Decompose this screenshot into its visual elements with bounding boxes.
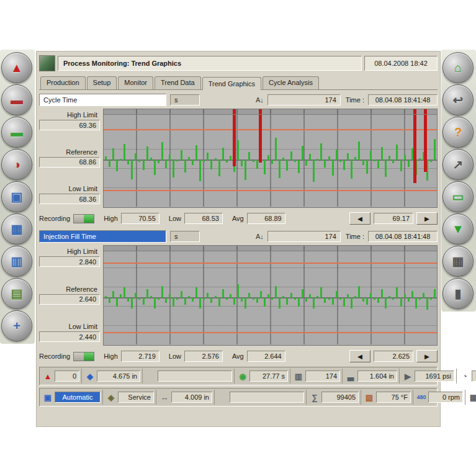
tools-icon: + bbox=[13, 319, 20, 333]
injection-time[interactable]: ◔ 1.62 s bbox=[458, 369, 476, 384]
machine-view-button[interactable]: ▮ bbox=[442, 278, 474, 309]
screw-speed[interactable]: 480 0 rpm bbox=[415, 390, 465, 405]
mode-icon: ▣ bbox=[43, 393, 53, 402]
screw-position[interactable]: ↔ 4.009 in bbox=[158, 390, 215, 405]
chart2-cursor-value: 2.625 bbox=[374, 351, 413, 362]
sort-icon: A↓ bbox=[256, 96, 264, 104]
setup-button[interactable]: + bbox=[1, 310, 32, 341]
chart1-reference-value[interactable]: 68.86 bbox=[39, 157, 100, 168]
chart2-low-limit-value[interactable]: 2.440 bbox=[39, 331, 100, 342]
total-cycles[interactable]: ∑ 99405 bbox=[308, 390, 361, 405]
oil-temperature[interactable]: ▨ 75 °F bbox=[362, 390, 413, 405]
shot-counter[interactable]: ▥ 174 bbox=[292, 369, 343, 384]
chart1-high-limit-value[interactable]: 69.36 bbox=[39, 120, 100, 130]
chart2-reference-label: Reference bbox=[39, 285, 100, 293]
chart1-area: High Limit 69.36 Reference 68.86 Low Lim… bbox=[39, 109, 438, 208]
chart1-low-limit-value[interactable]: 68.36 bbox=[39, 194, 100, 204]
chart1-low-limit-label: Low Limit bbox=[39, 185, 100, 192]
chart1-plot bbox=[103, 109, 438, 208]
chart2-plot bbox=[103, 245, 438, 346]
chart2-low-limit-label: Low Limit bbox=[39, 323, 100, 330]
tab-monitor[interactable]: Monitor bbox=[118, 76, 153, 89]
chart2-reference-value[interactable]: 2.640 bbox=[39, 294, 100, 305]
stopwatch-icon: ◔ bbox=[460, 372, 470, 381]
chart2-high-limit-label: High Limit bbox=[39, 248, 100, 255]
chart1-high-limit-label: High Limit bbox=[39, 111, 100, 119]
transfer-pressure[interactable]: ▶ 1691 psi bbox=[401, 369, 457, 384]
main-window: Process Monitoring: Trend Graphics 08.04… bbox=[36, 51, 441, 427]
heating-icon: ▥ bbox=[11, 254, 23, 269]
heating-button[interactable]: ▥ bbox=[1, 246, 32, 277]
position-icon: ↔ bbox=[159, 393, 169, 402]
cushion-icon: ▃ bbox=[346, 372, 356, 381]
alarms-button[interactable]: ▲ bbox=[1, 52, 32, 83]
chart1-reference-label: Reference bbox=[39, 148, 100, 156]
spare-field[interactable] bbox=[216, 390, 307, 405]
chart2-time-axis bbox=[104, 246, 437, 251]
tab-setup[interactable]: Setup bbox=[87, 76, 117, 89]
mold-icon: ▦ bbox=[469, 393, 476, 402]
tab-trend-graphics[interactable]: Trend Graphics bbox=[202, 77, 261, 90]
page-title: Process Monitoring: Trend Graphics bbox=[58, 56, 362, 71]
datetime-display: 08.04.2008 18:42 bbox=[364, 56, 438, 71]
operating-mode[interactable]: ▣ Automatic bbox=[41, 390, 103, 405]
chart2-channel-select[interactable]: Injection Fill Time bbox=[39, 230, 166, 243]
chart1-limit-column: High Limit 69.36 Reference 68.86 Low Lim… bbox=[39, 109, 100, 208]
chart2-high-label: High bbox=[104, 353, 118, 360]
sigma-icon: ∑ bbox=[310, 393, 320, 402]
home-button[interactable]: ⌂ bbox=[442, 52, 474, 83]
chart2-controls: Injection Fill Time s A↓ 174 Time : 08.0… bbox=[39, 230, 438, 243]
machine-sequence-button[interactable]: ▬ bbox=[1, 84, 32, 115]
chart1-scroll-right-button[interactable]: ► bbox=[416, 212, 438, 225]
chart2-plot-canvas bbox=[104, 251, 437, 344]
production-data-button[interactable]: ▤ bbox=[1, 278, 32, 309]
chart1-time-label: Time : bbox=[346, 96, 364, 104]
chart2-recording-toggle[interactable] bbox=[73, 352, 94, 361]
tab-bar: ProductionSetupMonitorTrend DataTrend Gr… bbox=[39, 76, 438, 90]
machine-status[interactable]: ◈ Service bbox=[104, 390, 156, 405]
help-button[interactable]: ? bbox=[442, 117, 474, 148]
mold-number[interactable]: ▦ 1 bbox=[467, 390, 476, 405]
status-bar-machine: ▣ Automatic ◈ Service ↔ 4.009 in ∑ 99405… bbox=[39, 388, 438, 406]
alarm-counter[interactable]: ▲ 0 bbox=[41, 369, 82, 384]
save-button[interactable]: ▼ bbox=[442, 213, 474, 245]
chart2-high-limit-value[interactable]: 2.840 bbox=[39, 256, 100, 267]
tab-cycle-analysis[interactable]: Cycle Analysis bbox=[263, 76, 319, 89]
chart1-time-field: 08.04.08 18:41:48 bbox=[368, 94, 438, 106]
chart1-controls: Cycle Time s A↓ 174 Time : 08.04.08 18:4… bbox=[39, 93, 438, 107]
cushion[interactable]: ▃ 1.604 in bbox=[344, 369, 400, 384]
clamp-icon: ▣ bbox=[11, 189, 23, 204]
conveyor-button[interactable]: ▬ bbox=[1, 117, 32, 148]
cycle-time[interactable]: ◉ 27.77 s bbox=[236, 369, 290, 384]
back-button[interactable]: ↩ bbox=[442, 84, 474, 115]
keyboard-button[interactable]: ▭ bbox=[442, 181, 474, 212]
chart1-low-value: 68.53 bbox=[184, 213, 223, 224]
chart1-high-label: High bbox=[104, 215, 118, 222]
download-icon: ▼ bbox=[452, 222, 464, 236]
machine-icon: ▮ bbox=[454, 286, 461, 301]
mold-button[interactable]: ▦ bbox=[1, 213, 32, 245]
chart2-scroll-right-button[interactable]: ► bbox=[416, 350, 438, 362]
chart1-avg-label: Avg bbox=[232, 215, 244, 222]
alarm-triangle-icon: ▲ bbox=[11, 61, 23, 75]
pressure-icon: ▶ bbox=[403, 372, 413, 381]
screen-jump-button[interactable]: ↗ bbox=[442, 149, 474, 180]
chart1-channel-select[interactable]: Cycle Time bbox=[39, 94, 166, 106]
return-icon: ↩ bbox=[453, 92, 464, 107]
chart2-scroll-left-button[interactable]: ◄ bbox=[349, 350, 370, 362]
chart2-time-field: 08.04.08 18:41:48 bbox=[368, 231, 438, 242]
chart1-scroll-left-button[interactable]: ◄ bbox=[349, 212, 370, 225]
shot-size[interactable]: ◆ 4.675 in bbox=[83, 369, 143, 384]
tab-trend-data[interactable]: Trend Data bbox=[155, 76, 201, 89]
spare-field[interactable] bbox=[144, 369, 235, 384]
clamp-unit-button[interactable]: ▣ bbox=[1, 181, 32, 212]
chart1-unit-field: s bbox=[170, 94, 200, 106]
keypad-button[interactable]: ▦ bbox=[442, 246, 474, 277]
injection-unit-button[interactable]: ◑ bbox=[1, 149, 32, 180]
screen: ▲ ▬ ▬ ◑ ▣ ▦ ▥ ▤ + ⌂ ↩ ? ↗ ▭ ▼ ▦ ▮ Proces… bbox=[0, 0, 476, 476]
temperature-icon: ▨ bbox=[364, 393, 374, 402]
chart2-area: High Limit 2.840 Reference 2.640 Low Lim… bbox=[39, 245, 438, 346]
tab-production[interactable]: Production bbox=[40, 76, 86, 89]
chart1-recording-toggle[interactable] bbox=[73, 214, 94, 223]
chart2-low-value: 2.576 bbox=[184, 351, 223, 362]
